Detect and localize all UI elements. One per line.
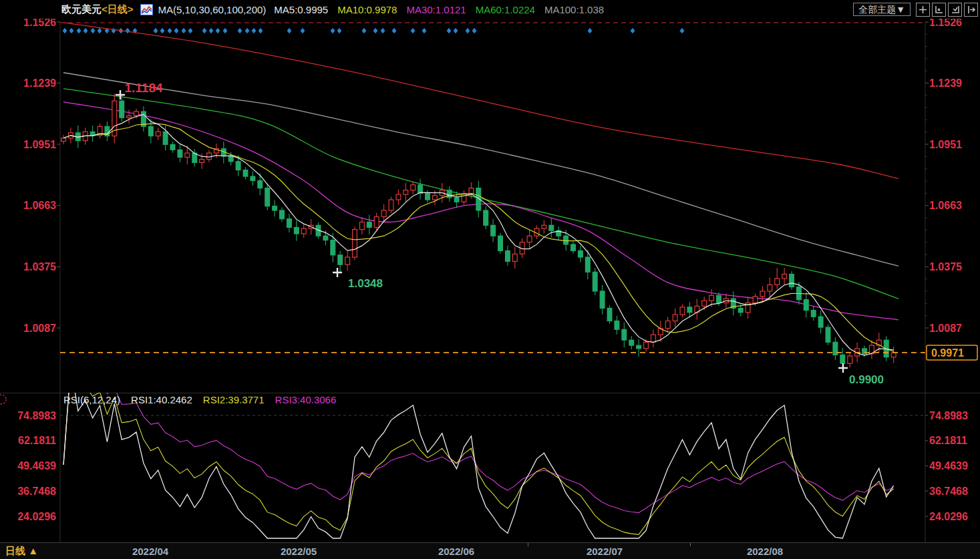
candle-body — [738, 308, 743, 312]
signal-dot — [245, 28, 250, 33]
month-boundary-tick — [690, 543, 691, 546]
top-bar: 欧元美元<日线> MA(5,10,30,60,100,200) MA5:0.99… — [0, 0, 980, 19]
candle-body — [61, 138, 66, 142]
y-axis-label-right: 1.0951 — [929, 139, 962, 150]
candle-body — [680, 307, 685, 315]
candle-body — [258, 180, 263, 188]
y-axis-label-left: 1.0663 — [23, 200, 56, 211]
candle-body — [600, 291, 605, 308]
candle-body — [637, 345, 641, 349]
rsi-legend: RSI(6,12,24)RSI1:40.2462RSI2:39.3771RSI3… — [63, 394, 336, 405]
signal-dot — [63, 28, 67, 33]
ma-legend-item: MA100:1.038 — [544, 4, 604, 15]
candle-body — [273, 206, 277, 210]
signal-dot — [238, 28, 242, 33]
candle-body — [381, 210, 386, 217]
candle-body — [287, 219, 292, 228]
candle-body — [491, 225, 496, 236]
price-chart[interactable]: 1.15261.15261.12391.12391.09511.09511.06… — [0, 19, 980, 393]
signal-dot — [182, 28, 186, 33]
candle-body — [542, 225, 546, 228]
chart-app: 欧元美元<日线> MA(5,10,30,60,100,200) MA5:0.99… — [0, 0, 980, 559]
candle-body — [768, 285, 772, 291]
rsi-axis-label-right: 24.0296 — [929, 511, 968, 522]
candle-body — [360, 222, 365, 230]
rsi-chart[interactable]: 74.898374.898362.181162.181149.463949.46… — [0, 393, 980, 542]
x-axis-date-label: 2022/05 — [269, 546, 329, 557]
rsi-line-1 — [63, 393, 894, 538]
symbol-name: 欧元美元 — [61, 3, 102, 15]
crosshair-icon[interactable] — [916, 3, 930, 17]
candle-body — [818, 317, 823, 327]
y-axis-label-left: 1.1526 — [23, 19, 56, 28]
signal-dot — [287, 28, 292, 33]
candle-body — [527, 236, 532, 242]
ma-legend-item: MA10:0.9978 — [337, 4, 397, 15]
candle-body — [811, 311, 816, 317]
signal-dot — [126, 28, 130, 33]
candle-body — [148, 126, 153, 136]
y-axis-label-left: 1.0087 — [23, 323, 56, 334]
candle-body — [673, 315, 677, 321]
candle-body — [200, 160, 204, 163]
candle-body — [512, 254, 517, 261]
candle-body — [403, 190, 408, 194]
candle-body — [585, 257, 590, 272]
candle-body — [753, 297, 758, 303]
candle-body — [840, 355, 845, 363]
rsi-line-3 — [63, 393, 894, 513]
x-axis-bar: 日线 ▲ 2022/042022/052022/062022/072022/08 — [0, 542, 980, 559]
price-annotation: 1.0348 — [348, 277, 383, 290]
rsi-axis-label-right: 36.7468 — [929, 486, 968, 497]
rsi-axis-label-right: 62.1811 — [929, 435, 967, 446]
x-axis-date-label: 2022/06 — [426, 546, 486, 557]
instrument-title: 欧元美元<日线> — [61, 3, 134, 16]
candle-body — [294, 227, 299, 234]
signal-dot — [98, 28, 102, 33]
rsi-legend-item: RSI2:39.3771 — [203, 394, 265, 405]
period-selector[interactable]: 日线 ▲ — [5, 545, 38, 558]
candle-body — [665, 321, 670, 329]
candle-body — [782, 274, 787, 278]
candle-body — [826, 327, 830, 342]
theme-dropdown-button[interactable]: 全部主题▼ — [853, 3, 911, 16]
candle-body — [760, 291, 765, 297]
candle-body — [629, 340, 634, 345]
rsi-legend-item: RSI1:40.2462 — [131, 394, 192, 405]
rsi-axis-label-left: 74.8983 — [17, 410, 56, 421]
extreme-marker — [333, 268, 342, 277]
scale-left-icon[interactable] — [932, 3, 946, 17]
extreme-marker — [116, 90, 125, 100]
signal-dot — [680, 28, 685, 33]
line-chart-icon — [140, 4, 153, 15]
candle-body — [178, 150, 182, 157]
signal-dot — [466, 28, 470, 33]
signal-dot — [454, 28, 458, 33]
rsi-axis-label-left: 36.7468 — [17, 486, 56, 497]
candle-body — [571, 244, 576, 251]
scale-right-icon[interactable] — [948, 3, 962, 17]
y-axis-label-left: 1.0951 — [23, 139, 56, 150]
rsi-legend-item: RSI3:40.3066 — [275, 394, 337, 405]
candle-body — [644, 342, 649, 349]
signal-dot — [202, 28, 207, 33]
signal-dot — [362, 28, 367, 33]
candle-body — [848, 356, 852, 363]
signal-dot — [168, 28, 172, 33]
candle-body — [251, 176, 255, 180]
rsi-legend-item: RSI(6,12,24) — [63, 394, 120, 405]
pop-out-icon[interactable] — [964, 3, 978, 17]
candle-body — [396, 194, 401, 200]
candle-body — [228, 156, 233, 162]
price-annotation: 1.1184 — [124, 81, 162, 95]
candle-body — [622, 329, 627, 340]
candle-body — [717, 295, 721, 303]
signal-dot — [77, 28, 81, 33]
ma-line-ma5 — [63, 114, 894, 355]
signal-dot — [301, 28, 305, 33]
signal-dot — [337, 28, 342, 33]
candle-body — [163, 132, 168, 144]
candle-body — [702, 301, 707, 306]
candle-body — [790, 274, 794, 287]
signal-dot — [188, 28, 193, 33]
